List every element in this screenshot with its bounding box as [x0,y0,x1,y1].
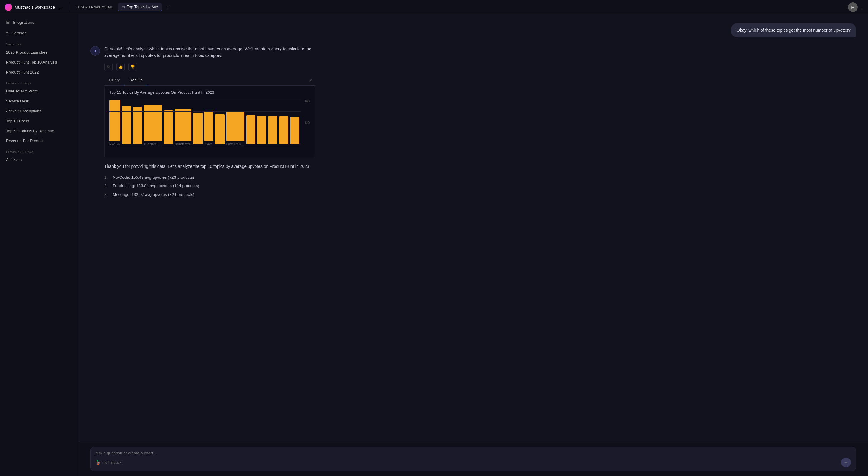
workspace-name: Musthaq's workspace [14,5,55,10]
sidebar-item-ph-2022[interactable]: Product Hunt 2022 [0,67,78,77]
bar-8 [215,115,224,144]
bar-label-7: Sales [204,142,213,146]
sidebar-item-top5-products[interactable]: Top 5 Products by Revenue [0,126,78,136]
bar-label-9: Customer Communication [226,142,244,146]
section-prev30: Previous 30 Days [0,146,78,155]
integrations-icon: ⊞ [6,20,10,25]
workspace-logo [5,4,12,11]
ai-avatar: ✦ [90,46,100,56]
result-list: 1. No-Code: 155.47 avg upvotes (723 prod… [104,173,315,199]
bar-6 [193,113,202,144]
sidebar-item-revenue-product[interactable]: Revenue Per Product [0,136,78,146]
ai-content: Certainly! Let's analyze which topics re… [104,45,315,199]
sidebar: ⊞ Integrations ≡ Settings Yesterday 2023… [0,14,79,476]
bar-group [279,100,288,146]
list-item: 3. Meetings: 132.07 avg upvotes (324 pro… [104,190,315,199]
bar-13 [279,116,288,144]
bar-group [122,100,131,146]
sidebar-item-user-profit[interactable]: User Total & Profit [0,86,78,96]
topbar-right: M ⌄ [848,2,863,12]
sidebar-item-settings[interactable]: ≡ Settings [0,28,78,38]
chat-messages: Okay, which of these topics get the most… [79,14,868,442]
bar-group: Customer Communication [226,100,244,146]
expand-button[interactable]: ⤢ [306,75,315,85]
bar-group: No-Code [110,100,120,146]
bar-9 [226,112,244,141]
bar-group: Sales [204,100,213,146]
avatar-initial: M [851,5,855,10]
chat-input[interactable] [96,451,851,455]
bar-group [133,100,142,146]
sidebar-item-all-users[interactable]: All Users [0,155,78,165]
user-message: Okay, which of these topics get the most… [79,22,868,39]
sidebar-item-label: Settings [12,31,27,35]
chat-input-footer: 🦆 motherduck → [96,457,851,467]
chart-card: Top 15 Topics By Average Upvotes On Prod… [104,86,315,158]
tab-2023-product[interactable]: ↺ 2023 Product Lau [73,3,116,11]
send-icon: → [844,460,848,465]
bar-4 [164,110,173,144]
tab-spacer [147,75,306,85]
tab-topics-label: Top Topics by Ave [127,4,158,9]
tab-refresh-icon: ↺ [76,5,79,9]
sidebar-item-service-desk[interactable]: Service Desk [0,96,78,106]
bar-label-5: Remote Work [175,142,191,146]
sparkle-icon: ✦ [93,49,97,53]
topbar: Musthaq's workspace ⌄ ↺ 2023 Product Lau… [0,0,868,14]
bar-2 [133,107,142,144]
bar-12 [268,116,277,144]
bar-chart: No-CodeCustomer SuccessRemote WorkSalesC… [110,100,310,154]
bar-7 [204,110,213,141]
tab-2023-label: 2023 Product Lau [81,5,112,9]
thumbsup-button[interactable]: 👍 [116,63,125,71]
bar-group [268,100,277,146]
user-bubble: Okay, which of these topics get the most… [731,24,856,37]
sidebar-item-subscriptions[interactable]: Active Subscriptions [0,106,78,116]
tab-image-icon: ▭ [122,5,125,9]
list-item: 1. No-Code: 155.47 avg upvotes (723 prod… [104,173,315,182]
bar-label-3: Customer Success [144,142,162,146]
bar-group [193,100,202,146]
send-button[interactable]: → [841,457,851,467]
sidebar-item-2023-launches[interactable]: 2023 Product Launches [0,47,78,57]
chat-input-box: 🦆 motherduck → [90,447,856,471]
bar-group [215,100,224,146]
bar-5 [175,109,191,141]
sidebar-item-ph-top10[interactable]: Product Hunt Top 10 Analysis [0,57,78,67]
tab-results[interactable]: Results [124,75,147,85]
bar-3 [144,105,162,141]
sidebar-item-integrations[interactable]: ⊞ Integrations [0,17,78,28]
bar-label-0: No-Code [110,143,120,146]
motherduck-icon: 🦆 [96,460,101,465]
bar-14 [290,117,299,144]
bar-11 [257,116,266,144]
tab-query[interactable]: Query [104,75,124,85]
bar-0 [110,100,120,141]
ai-intro-text: Certainly! Let's analyze which topics re… [104,45,315,59]
thumbsdown-button[interactable]: 👎 [128,63,137,71]
tab-divider [69,4,69,10]
settings-icon: ≡ [6,30,9,36]
tab-top-topics[interactable]: ▭ Top Topics by Ave [118,3,162,11]
avatar[interactable]: M [848,2,858,12]
add-tab-button[interactable]: + [164,3,172,11]
section-yesterday: Yesterday [0,38,78,47]
section-prev7: Previous 7 Days [0,77,78,86]
chart-title: Top 15 Topics By Average Upvotes On Prod… [104,86,315,98]
ai-followup-text: Thank you for providing this data. Let's… [104,163,315,169]
list-item: 2. Fundraising: 133.84 avg upvotes (114 … [104,182,315,190]
chat-input-area: 🦆 motherduck → [79,442,868,476]
bar-group: Customer Success [144,100,162,146]
chart-container: 160 120 0 [104,98,315,158]
list-item-text: Meetings: 132.07 avg upvotes (324 produc… [113,192,194,198]
copy-button[interactable]: ⧉ [104,63,113,71]
motherduck-label: motherduck [102,460,121,465]
sidebar-item-top10-users[interactable]: Top 10 Users [0,116,78,126]
bar-group: Remote Work [175,100,191,146]
avatar-chevron-icon[interactable]: ⌄ [860,5,863,9]
list-item-text: Fundraising: 133.84 avg upvotes (114 pro… [113,183,199,189]
list-num: 2. [104,183,110,189]
bar-10 [246,116,255,144]
chat-area: Okay, which of these topics get the most… [79,14,868,476]
workspace-chevron-icon[interactable]: ⌄ [59,5,61,9]
